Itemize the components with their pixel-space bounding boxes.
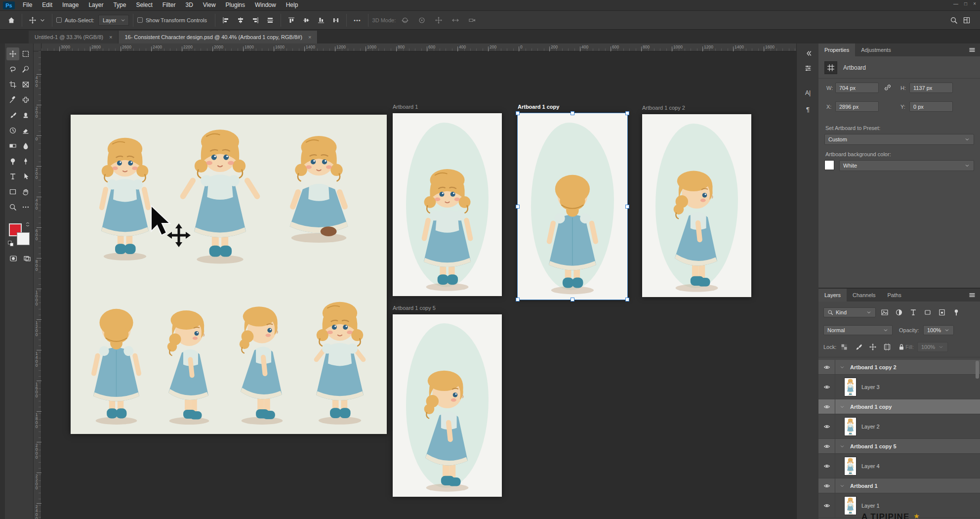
- menu-select[interactable]: Select: [131, 0, 157, 10]
- blend-mode-dropdown[interactable]: Normal: [823, 325, 893, 335]
- artboard-label[interactable]: Artboard 1 copy 2: [642, 105, 685, 111]
- selection-handle[interactable]: [625, 111, 629, 115]
- preset-dropdown[interactable]: Custom: [824, 134, 974, 145]
- history-brush-tool[interactable]: [6, 124, 19, 137]
- direct-select-tool[interactable]: [19, 170, 32, 183]
- artboard[interactable]: [642, 114, 751, 297]
- collapse-panels-icon[interactable]: [801, 46, 815, 60]
- document-tab-character-design[interactable]: 16- Consistent Character design.psd @ 40…: [119, 31, 318, 43]
- move-tool-preset-icon[interactable]: [26, 14, 39, 27]
- chevron-down-icon[interactable]: [839, 364, 845, 370]
- visibility-eye-icon[interactable]: [823, 443, 830, 450]
- workspace-layout-icon[interactable]: [960, 14, 973, 27]
- menu-plugins[interactable]: Plugins: [221, 0, 250, 10]
- dolly-3d-icon[interactable]: [466, 14, 479, 27]
- selection-handle[interactable]: [571, 298, 574, 302]
- selection-handle[interactable]: [516, 111, 520, 115]
- visibility-eye-icon[interactable]: [823, 384, 830, 390]
- layer-row[interactable]: Layer 3: [818, 375, 980, 399]
- more-tools-tool[interactable]: [19, 201, 32, 214]
- chevron-down-icon[interactable]: [39, 17, 46, 24]
- layer-row[interactable]: Layer 2: [818, 414, 980, 439]
- align-right-icon[interactable]: [249, 14, 262, 27]
- align-center-icon[interactable]: [234, 14, 247, 27]
- pixel-filter-icon[interactable]: [880, 307, 890, 317]
- layer-group-row[interactable]: Artboard 1 copy 5: [818, 439, 980, 454]
- artboard[interactable]: [393, 314, 502, 497]
- layer-group-row[interactable]: Artboard 1: [818, 478, 980, 493]
- selection-handle[interactable]: [625, 298, 629, 302]
- layer-group-row[interactable]: Artboard 1 copy 2: [818, 360, 980, 375]
- tab-properties[interactable]: Properties: [818, 43, 855, 56]
- type-filter-icon[interactable]: [908, 307, 918, 317]
- default-colors-icon[interactable]: [7, 240, 14, 247]
- move-tool[interactable]: [6, 47, 19, 60]
- tab-paths[interactable]: Paths: [882, 289, 907, 302]
- visibility-eye-icon[interactable]: [823, 463, 830, 470]
- link-dimensions-icon[interactable]: [884, 84, 892, 91]
- adjustment-filter-icon[interactable]: [894, 307, 904, 317]
- opacity-dropdown[interactable]: 100%: [923, 325, 954, 335]
- fill-dropdown[interactable]: 100%: [917, 342, 948, 352]
- search-icon[interactable]: [947, 14, 960, 27]
- tab-close-icon[interactable]: ×: [308, 34, 311, 40]
- lasso-tool[interactable]: [6, 63, 19, 76]
- roll-3d-icon[interactable]: [415, 14, 428, 27]
- tab-close-icon[interactable]: ×: [109, 34, 112, 40]
- filter-kind-dropdown[interactable]: Kind: [823, 307, 876, 317]
- chevron-down-icon[interactable]: [839, 483, 845, 489]
- healing-tool[interactable]: [19, 93, 32, 106]
- artboard-label[interactable]: Artboard 1 copy 5: [393, 305, 436, 311]
- hand-tool[interactable]: [19, 185, 32, 198]
- selection-handle[interactable]: [516, 298, 520, 302]
- gradient-tool[interactable]: [6, 139, 19, 152]
- lock-transparency-icon[interactable]: [839, 342, 849, 352]
- tab-layers[interactable]: Layers: [818, 289, 847, 302]
- brush-tool[interactable]: [6, 109, 19, 122]
- layers-scrollbar[interactable]: [976, 361, 979, 379]
- background-color-swatch[interactable]: [17, 232, 30, 245]
- tab-adjustments[interactable]: Adjustments: [855, 43, 897, 56]
- pen-tool[interactable]: [19, 155, 32, 168]
- dist-middle-icon[interactable]: [300, 14, 313, 27]
- auto-select-checkbox[interactable]: [56, 17, 62, 23]
- show-transform-checkbox[interactable]: [137, 17, 143, 23]
- shape-filter-icon[interactable]: [923, 307, 933, 317]
- lock-paint-icon[interactable]: [854, 342, 863, 352]
- align-justify-icon[interactable]: [264, 14, 277, 27]
- more-options-button[interactable]: •••: [354, 17, 361, 23]
- filter-toggle-icon[interactable]: [951, 307, 961, 317]
- layer-thumbnail[interactable]: [844, 417, 857, 436]
- visibility-eye-icon[interactable]: [823, 423, 830, 430]
- crop-tool[interactable]: [6, 78, 19, 91]
- menu-file[interactable]: File: [18, 0, 37, 10]
- artboard-label[interactable]: Artboard 1: [393, 104, 418, 110]
- visibility-eye-icon[interactable]: [823, 403, 830, 410]
- quick-select-tool[interactable]: [19, 63, 32, 76]
- layer-group-row[interactable]: Artboard 1 copy: [818, 399, 980, 414]
- auto-select-target-dropdown[interactable]: Layer: [98, 15, 129, 26]
- document-tab-untitled[interactable]: Untitled-1 @ 33.3% (RGB/8) ×: [29, 31, 119, 43]
- artboard[interactable]: [393, 113, 502, 296]
- layer-thumbnail[interactable]: [844, 457, 857, 476]
- drag-3d-icon[interactable]: [432, 14, 445, 27]
- y-field[interactable]: 0 px: [909, 101, 953, 112]
- window-maximize-icon[interactable]: □: [964, 1, 967, 6]
- selection-handle[interactable]: [516, 205, 520, 209]
- eraser-tool[interactable]: [19, 124, 32, 137]
- mask-mode-icon[interactable]: [7, 252, 20, 265]
- visibility-eye-icon[interactable]: [823, 364, 830, 371]
- orbit-3d-icon[interactable]: [399, 14, 411, 27]
- width-field[interactable]: 704 px: [835, 83, 879, 93]
- artboard[interactable]: [518, 113, 627, 300]
- panel-menu-icon[interactable]: [968, 46, 976, 54]
- layer-thumbnail[interactable]: [844, 378, 857, 396]
- artboard-label[interactable]: Artboard 1 copy: [518, 104, 559, 110]
- dist-bottom-icon[interactable]: [315, 14, 327, 27]
- slide-3d-icon[interactable]: [449, 14, 462, 27]
- selection-handle[interactable]: [571, 111, 574, 115]
- visibility-eye-icon[interactable]: [823, 482, 830, 489]
- background-color-dropdown[interactable]: White: [839, 160, 974, 171]
- selection-handle[interactable]: [625, 205, 629, 209]
- menu-edit[interactable]: Edit: [37, 0, 57, 10]
